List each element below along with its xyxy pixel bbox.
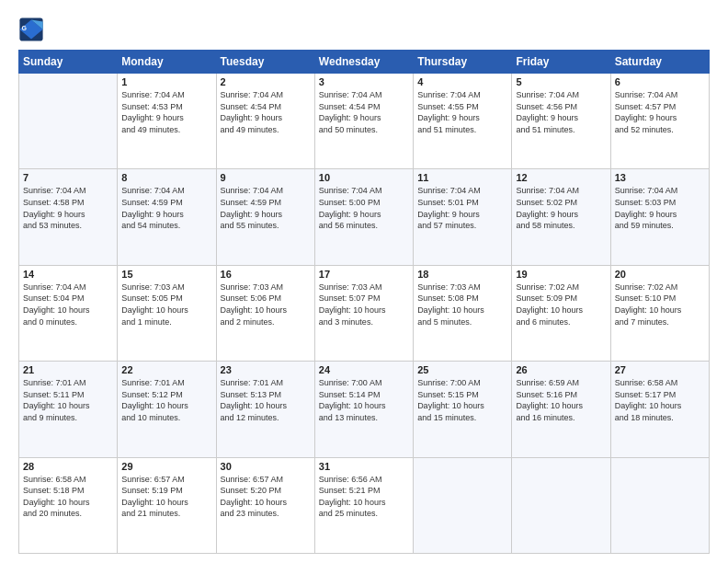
calendar-day-header: Wednesday [314,51,413,74]
day-details: Sunrise: 6:57 AM Sunset: 5:20 PM Dayligh… [221,474,311,520]
day-details: Sunrise: 6:58 AM Sunset: 5:17 PM Dayligh… [615,377,705,423]
day-number: 30 [221,461,311,472]
day-number: 3 [319,76,409,87]
calendar-cell: 1Sunrise: 7:04 AM Sunset: 4:53 PM Daylig… [118,74,216,169]
day-details: Sunrise: 7:04 AM Sunset: 4:55 PM Dayligh… [417,89,507,135]
calendar-day-header: Monday [118,51,216,74]
calendar-cell: 9Sunrise: 7:04 AM Sunset: 4:59 PM Daylig… [216,169,314,265]
day-number: 28 [23,461,113,472]
day-number: 17 [319,269,409,280]
calendar-week-row: 1Sunrise: 7:04 AM Sunset: 4:53 PM Daylig… [19,74,710,169]
day-number: 13 [615,172,705,183]
calendar-cell: 13Sunrise: 7:04 AM Sunset: 5:03 PM Dayli… [610,169,709,265]
calendar-cell: 17Sunrise: 7:03 AM Sunset: 5:07 PM Dayli… [314,265,413,361]
day-details: Sunrise: 7:02 AM Sunset: 5:10 PM Dayligh… [615,282,705,327]
day-details: Sunrise: 7:04 AM Sunset: 4:57 PM Dayligh… [615,89,705,135]
svg-text:G: G [22,25,28,31]
day-details: Sunrise: 7:03 AM Sunset: 5:05 PM Dayligh… [121,282,211,327]
calendar-cell: 11Sunrise: 7:04 AM Sunset: 5:01 PM Dayli… [414,169,512,265]
calendar-cell: 19Sunrise: 7:02 AM Sunset: 5:09 PM Dayli… [512,265,610,361]
calendar-header-row: SundayMondayTuesdayWednesdayThursdayFrid… [19,51,710,74]
calendar-cell: 12Sunrise: 7:04 AM Sunset: 5:02 PM Dayli… [512,169,610,265]
day-details: Sunrise: 7:04 AM Sunset: 5:04 PM Dayligh… [23,282,113,327]
day-details: Sunrise: 7:04 AM Sunset: 5:00 PM Dayligh… [319,185,409,231]
day-number: 26 [516,364,606,375]
day-details: Sunrise: 7:04 AM Sunset: 4:54 PM Dayligh… [319,89,409,135]
calendar-cell: 20Sunrise: 7:02 AM Sunset: 5:10 PM Dayli… [610,265,709,361]
calendar-week-row: 14Sunrise: 7:04 AM Sunset: 5:04 PM Dayli… [19,265,710,361]
day-details: Sunrise: 7:04 AM Sunset: 4:56 PM Dayligh… [516,89,606,135]
calendar-cell: 18Sunrise: 7:03 AM Sunset: 5:08 PM Dayli… [414,265,512,361]
day-number: 7 [23,172,113,183]
day-number: 16 [221,269,311,280]
day-number: 11 [417,172,507,183]
calendar-cell: 21Sunrise: 7:01 AM Sunset: 5:11 PM Dayli… [19,362,118,457]
header: G [18,17,710,42]
calendar-cell: 29Sunrise: 6:57 AM Sunset: 5:19 PM Dayli… [118,457,216,553]
calendar-cell: 16Sunrise: 7:03 AM Sunset: 5:06 PM Dayli… [216,265,314,361]
day-details: Sunrise: 7:00 AM Sunset: 5:14 PM Dayligh… [319,377,409,423]
calendar-cell: 10Sunrise: 7:04 AM Sunset: 5:00 PM Dayli… [314,169,413,265]
day-number: 15 [121,269,211,280]
calendar-cell: 24Sunrise: 7:00 AM Sunset: 5:14 PM Dayli… [314,362,413,457]
calendar-cell: 6Sunrise: 7:04 AM Sunset: 4:57 PM Daylig… [610,74,709,169]
day-number: 8 [121,172,211,183]
day-details: Sunrise: 6:56 AM Sunset: 5:21 PM Dayligh… [319,474,409,520]
calendar-cell: 14Sunrise: 7:04 AM Sunset: 5:04 PM Dayli… [19,265,118,361]
calendar-day-header: Tuesday [216,51,314,74]
calendar-cell [610,457,709,553]
day-number: 31 [319,461,409,472]
day-details: Sunrise: 7:00 AM Sunset: 5:15 PM Dayligh… [417,377,507,423]
day-number: 1 [121,76,211,87]
day-details: Sunrise: 7:04 AM Sunset: 5:02 PM Dayligh… [516,185,606,231]
day-details: Sunrise: 7:01 AM Sunset: 5:13 PM Dayligh… [221,377,311,423]
day-number: 19 [516,269,606,280]
calendar-cell: 15Sunrise: 7:03 AM Sunset: 5:05 PM Dayli… [118,265,216,361]
calendar-cell: 30Sunrise: 6:57 AM Sunset: 5:20 PM Dayli… [216,457,314,553]
calendar-day-header: Saturday [610,51,709,74]
day-details: Sunrise: 7:04 AM Sunset: 4:59 PM Dayligh… [121,185,211,231]
day-number: 22 [121,364,211,375]
day-number: 12 [516,172,606,183]
calendar-week-row: 21Sunrise: 7:01 AM Sunset: 5:11 PM Dayli… [19,362,710,457]
day-details: Sunrise: 7:01 AM Sunset: 5:12 PM Dayligh… [121,377,211,423]
day-details: Sunrise: 7:01 AM Sunset: 5:11 PM Dayligh… [23,377,113,423]
day-details: Sunrise: 7:04 AM Sunset: 4:58 PM Dayligh… [23,185,113,231]
calendar-cell: 4Sunrise: 7:04 AM Sunset: 4:55 PM Daylig… [414,74,512,169]
day-details: Sunrise: 7:04 AM Sunset: 4:54 PM Dayligh… [221,89,311,135]
day-number: 14 [23,269,113,280]
calendar-cell: 5Sunrise: 7:04 AM Sunset: 4:56 PM Daylig… [512,74,610,169]
calendar-cell: 31Sunrise: 6:56 AM Sunset: 5:21 PM Dayli… [314,457,413,553]
page: G SundayMondayTuesdayWednesdayThursdayFr… [0,0,728,563]
calendar-cell: 7Sunrise: 7:04 AM Sunset: 4:58 PM Daylig… [19,169,118,265]
day-number: 21 [23,364,113,375]
day-number: 27 [615,364,705,375]
day-number: 10 [319,172,409,183]
calendar-cell: 23Sunrise: 7:01 AM Sunset: 5:13 PM Dayli… [216,362,314,457]
day-number: 2 [221,76,311,87]
day-number: 6 [615,76,705,87]
day-details: Sunrise: 6:59 AM Sunset: 5:16 PM Dayligh… [516,377,606,423]
calendar-week-row: 28Sunrise: 6:58 AM Sunset: 5:18 PM Dayli… [19,457,710,553]
day-number: 23 [221,364,311,375]
calendar-cell: 25Sunrise: 7:00 AM Sunset: 5:15 PM Dayli… [414,362,512,457]
day-details: Sunrise: 7:04 AM Sunset: 5:03 PM Dayligh… [615,185,705,231]
calendar-cell: 26Sunrise: 6:59 AM Sunset: 5:16 PM Dayli… [512,362,610,457]
calendar-cell [19,74,118,169]
calendar-cell [512,457,610,553]
day-number: 25 [417,364,507,375]
day-number: 18 [417,269,507,280]
calendar-table: SundayMondayTuesdayWednesdayThursdayFrid… [18,50,710,554]
calendar-cell: 27Sunrise: 6:58 AM Sunset: 5:17 PM Dayli… [610,362,709,457]
day-number: 20 [615,269,705,280]
calendar-week-row: 7Sunrise: 7:04 AM Sunset: 4:58 PM Daylig… [19,169,710,265]
day-details: Sunrise: 6:57 AM Sunset: 5:19 PM Dayligh… [121,474,211,520]
calendar-cell [414,457,512,553]
calendar-day-header: Sunday [19,51,118,74]
calendar-day-header: Friday [512,51,610,74]
calendar-cell: 28Sunrise: 6:58 AM Sunset: 5:18 PM Dayli… [19,457,118,553]
day-number: 24 [319,364,409,375]
day-details: Sunrise: 6:58 AM Sunset: 5:18 PM Dayligh… [23,474,113,520]
calendar-cell: 3Sunrise: 7:04 AM Sunset: 4:54 PM Daylig… [314,74,413,169]
day-details: Sunrise: 7:03 AM Sunset: 5:07 PM Dayligh… [319,282,409,327]
